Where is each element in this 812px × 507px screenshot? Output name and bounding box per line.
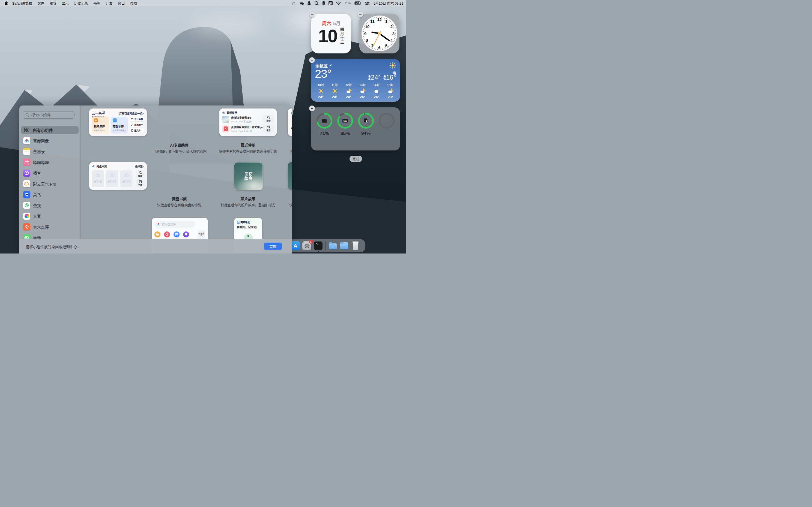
laptop-icon bbox=[321, 118, 328, 123]
battery-percent: 94% bbox=[356, 131, 375, 136]
shelf-search-button[interactable]: 搜索 bbox=[136, 170, 144, 178]
terminal-dock-icon[interactable]: >_ bbox=[314, 241, 323, 250]
pencil-icon bbox=[131, 123, 134, 126]
netdisk-search-input[interactable]: 搜网盘文件 bbox=[154, 221, 195, 228]
feature-card-video-courseware[interactable]: P 视频课件 一键生成PPT bbox=[92, 117, 109, 133]
battery-rings-widget[interactable]: 71% 85% 94% bbox=[311, 107, 400, 151]
baidu-netdisk-logo-icon bbox=[222, 111, 225, 114]
search-input[interactable]: 搜索小组件 bbox=[22, 111, 74, 119]
sidebar-item-label: 播客 bbox=[33, 170, 41, 176]
menu-view[interactable]: 显示 bbox=[59, 1, 71, 6]
search-files-button[interactable]: 搜文件 bbox=[130, 128, 144, 133]
menu-edit[interactable]: 编辑 bbox=[47, 1, 59, 6]
wifi-icon[interactable] bbox=[336, 1, 341, 5]
system-settings-dock-icon[interactable]: 1 bbox=[302, 241, 311, 250]
widget-preview-recent-files[interactable]: 最近使用 去海边冲浪吧.jpg 10-10 17:49 手机上传 A 百度网盘体… bbox=[219, 109, 277, 136]
sidebar-item-find-my[interactable]: 查找 bbox=[21, 201, 79, 209]
dock: A 1 >_ ↓ bbox=[289, 239, 365, 252]
widget-header-label: 最近使用 bbox=[227, 111, 237, 114]
book-placeholder[interactable]: 热门小说 bbox=[120, 170, 132, 187]
sidebar-item-all-widgets[interactable]: 所有小组件 bbox=[21, 126, 79, 134]
dianping-icon bbox=[23, 223, 30, 230]
chat-loop-icon[interactable] bbox=[314, 1, 319, 5]
widget-preview-photo-story-large[interactable]: 回忆 故事 bbox=[288, 162, 292, 190]
sidebar-item-cainiao[interactable]: 菜鸟 bbox=[21, 190, 79, 199]
cloud-icon bbox=[369, 88, 384, 94]
file-name: 百度网盘体验设计部文件.pdf bbox=[231, 125, 264, 129]
menu-file[interactable]: 文件 bbox=[35, 1, 47, 6]
done-button[interactable]: 完成 bbox=[264, 242, 282, 250]
widget-preview-ai-assistant[interactable]: 云一朵测 百度网盘智能助理 打开百度网盘云一朵 › P 视频课件 一键生成PPT… bbox=[89, 109, 147, 136]
clock-widget[interactable]: 12 1 2 3 4 5 6 7 8 9 10 11 bbox=[359, 14, 399, 53]
weather-hour: 10时 24° bbox=[314, 82, 328, 99]
widget-gallery-panel: 搜索小组件 所有小组件 百度网盘 备忘录 哔哩哔哩 播客 彩云天气 Pro bbox=[19, 106, 292, 253]
memory-story-logo: 回忆 故事 bbox=[244, 172, 253, 180]
beta-badge: 测 bbox=[102, 111, 105, 114]
sidebar-item-notes[interactable]: 备忘录 bbox=[21, 148, 79, 156]
menu-develop[interactable]: 开发 bbox=[103, 1, 115, 6]
folder-dock-icon[interactable] bbox=[340, 241, 349, 250]
sidebar-item-caiyun-weather[interactable]: 彩云天气 Pro bbox=[21, 180, 79, 188]
widget-preview-subscribe-share[interactable]: 订阅与共享 去共享 › 添加好友/群 订阅的分享 共享文件夹 找好 bbox=[288, 109, 292, 136]
menu-history[interactable]: 历史记录 bbox=[71, 1, 91, 6]
recent-file-row[interactable]: 去海边冲浪吧.jpg 10-10 17:49 手机上传 bbox=[222, 116, 252, 123]
book-placeholder[interactable]: 热门小说 bbox=[92, 170, 104, 187]
weather-hour: 15时 23° bbox=[384, 82, 397, 99]
bookstore-button[interactable]: 书城 bbox=[136, 179, 144, 187]
input-method-icon[interactable]: 拼 bbox=[328, 1, 333, 5]
qq-icon[interactable] bbox=[307, 1, 311, 5]
clock-number: 9 bbox=[364, 31, 366, 36]
feature-card-photo-writing[interactable]: “ 拍图写作 上传图生成作文 bbox=[111, 117, 128, 133]
netdisk-watermark-icon bbox=[123, 173, 129, 177]
file-meta: 10-10 17:49 手机上传 bbox=[231, 120, 252, 123]
go-bookshelf-link[interactable]: 去书架 › bbox=[135, 165, 144, 168]
menu-help[interactable]: 帮助 bbox=[128, 1, 140, 6]
weather-high-temp: 24° bbox=[371, 73, 380, 81]
remove-widget-button[interactable] bbox=[309, 12, 315, 17]
sidebar-item-podcasts[interactable]: 播客 bbox=[21, 169, 79, 177]
screen-arc-icon[interactable] bbox=[292, 1, 296, 5]
active-app-name[interactable]: Safari浏览器 bbox=[9, 1, 35, 6]
remove-widget-button[interactable] bbox=[309, 106, 315, 111]
control-center-icon[interactable] bbox=[365, 1, 370, 5]
recent-file-row[interactable]: A 百度网盘体验设计部文件.pdf 10-10 17:49 手机上传 bbox=[222, 125, 264, 132]
book-category-icon[interactable] bbox=[183, 231, 189, 237]
search-pill-button[interactable]: 搜索 bbox=[263, 115, 274, 123]
find-my-icon bbox=[23, 202, 30, 209]
apple-menu-icon[interactable] bbox=[3, 1, 9, 5]
remove-widget-button[interactable] bbox=[357, 12, 363, 17]
notes-icon bbox=[23, 148, 30, 155]
menu-bar-clock[interactable]: 5月10日 周六 09:21 bbox=[373, 1, 403, 6]
sidebar-item-label: 大麦 bbox=[33, 213, 41, 219]
widget-preview-photo-story-small[interactable]: 回忆 故事 bbox=[234, 162, 263, 190]
sidebar-item-damai[interactable]: 大麦 bbox=[21, 212, 79, 220]
folder-category-icon[interactable] bbox=[154, 231, 160, 237]
image-category-icon[interactable] bbox=[173, 231, 180, 237]
battery-charging-icon[interactable] bbox=[354, 1, 361, 5]
book-placeholder[interactable]: 热门小说 bbox=[106, 170, 118, 187]
app-store-dock-icon[interactable]: A bbox=[291, 241, 300, 250]
sidebar-item-baidu-netdisk[interactable]: 百度网盘 bbox=[21, 136, 79, 145]
trash-dock-icon[interactable] bbox=[351, 241, 360, 250]
today-fortune-button[interactable]: 今日运势 bbox=[130, 117, 144, 121]
calendar-widget[interactable]: 周六 5月 10 四月十三 bbox=[311, 14, 351, 53]
quiz-helper-button[interactable]: 出题助手 bbox=[130, 122, 144, 127]
downloads-folder-dock-icon[interactable]: ↓ bbox=[328, 241, 337, 250]
sidebar-item-bilibili[interactable]: 哔哩哔哩 bbox=[21, 158, 79, 166]
weather-widget[interactable]: 余杭区 23° 晴 最高24° 最低16° 10时 24° 11时 24° 12… bbox=[311, 59, 400, 102]
sidebar-item-label: 查找 bbox=[33, 203, 41, 208]
recent-pill-button[interactable]: 最近 bbox=[263, 124, 274, 132]
sidebar-item-dianping[interactable]: 大众点评 bbox=[21, 223, 79, 231]
menu-bookmarks[interactable]: 书签 bbox=[91, 1, 103, 6]
wechat-icon[interactable] bbox=[299, 1, 304, 5]
open-yunyiduo-link[interactable]: 打开百度网盘云一朵 › bbox=[119, 111, 144, 115]
baidu-netdisk-logo-icon bbox=[157, 223, 160, 226]
search-icon bbox=[26, 113, 29, 117]
widget-preview-bookshelf[interactable]: 网盘书架 去书架 › 热门小说 热门小说 热门小说 搜索 书城 bbox=[89, 162, 147, 190]
add-friend-group-item[interactable]: 添加好友/群 bbox=[290, 117, 292, 129]
remove-widget-button[interactable] bbox=[309, 57, 315, 63]
menu-window[interactable]: 窗口 bbox=[115, 1, 128, 6]
desktop-done-button[interactable]: 完成 bbox=[350, 156, 362, 162]
phone-mirror-icon[interactable] bbox=[322, 1, 325, 5]
recent-category-icon[interactable] bbox=[164, 231, 170, 237]
